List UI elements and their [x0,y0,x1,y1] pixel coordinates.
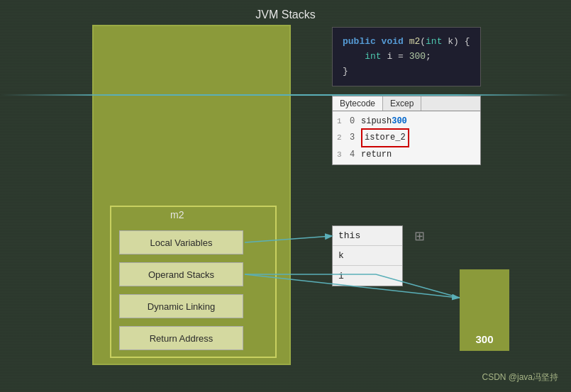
local-vars-table: this k i [332,225,403,286]
value-box: 300 [460,269,509,351]
code-panel: public void m2(int k) { int i = 300; } [332,27,481,86]
local-variables-box: Local Variables [119,230,243,254]
code-line-3: } [343,65,470,79]
value-label: 300 [475,333,493,345]
bytecode-row-1: 1 0 sipush 300 [337,114,476,128]
bytecode-tabs: Bytecode Excep [333,96,480,111]
tab-exception[interactable]: Excep [383,96,421,111]
grid-icon: ⊞ [410,227,428,245]
dynamic-linking-box: Dynamic Linking [119,294,243,318]
page-title: JVM Stacks [255,9,315,21]
code-line-1: public void m2(int k) { [343,35,470,50]
code-line-2: int i = 300; [343,50,470,65]
operand-stacks-box: Operand Stacks [119,262,243,286]
lv-row-this: this [333,226,402,246]
lv-row-k: k [333,246,402,266]
lv-row-i: i [333,266,402,286]
return-address-box: Return Address [119,326,243,350]
bytecode-content: 1 0 sipush 300 2 3 istore_2 3 4 return [333,111,480,164]
divider-line [0,94,571,96]
bytecode-row-2: 2 3 istore_2 [337,128,476,147]
bytecode-row-3: 3 4 return [337,147,476,162]
m2-label: m2 [170,209,184,220]
highlighted-instruction: istore_2 [361,128,409,147]
tab-bytecode[interactable]: Bytecode [333,96,383,111]
watermark: CSDN @java冯坚持 [482,371,558,383]
bytecode-panel: Bytecode Excep 1 0 sipush 300 2 3 istore… [332,96,481,165]
